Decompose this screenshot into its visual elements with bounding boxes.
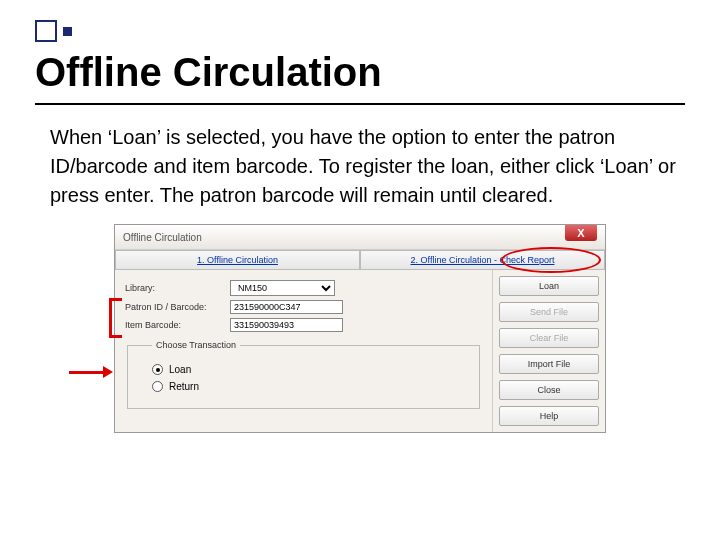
field-item: Item Barcode:	[125, 318, 482, 332]
annotation-arrow-icon	[69, 366, 113, 378]
loan-button[interactable]: Loan	[499, 276, 599, 296]
radio-icon	[152, 381, 163, 392]
tab-check-report[interactable]: 2. Offline Circulation - Check Report	[360, 250, 605, 270]
tab-offline-circulation[interactable]: 1. Offline Circulation	[115, 250, 360, 270]
window-close-button[interactable]: X	[565, 225, 597, 241]
field-library: Library: NM150	[125, 280, 482, 296]
tab-row: 1. Offline Circulation 2. Offline Circul…	[115, 250, 605, 270]
radio-icon	[152, 364, 163, 375]
patron-label: Patron ID / Barcode:	[125, 302, 230, 312]
right-pane: Loan Send File Clear File Import File Cl…	[492, 270, 605, 432]
radio-loan[interactable]: Loan	[152, 364, 469, 375]
app-window: Offline Circulation X 1. Offline Circula…	[114, 224, 606, 433]
library-select[interactable]: NM150	[230, 280, 335, 296]
slide: Offline Circulation When ‘Loan’ is selec…	[0, 0, 720, 453]
help-button[interactable]: Help	[499, 406, 599, 426]
content-row: Library: NM150 Patron ID / Barcode: Item…	[115, 270, 605, 432]
radio-return-label: Return	[169, 381, 199, 392]
field-patron: Patron ID / Barcode:	[125, 300, 482, 314]
window-titlebar: Offline Circulation X	[115, 225, 605, 250]
slide-title: Offline Circulation	[35, 50, 685, 95]
radio-return[interactable]: Return	[152, 381, 469, 392]
library-label: Library:	[125, 283, 230, 293]
title-row: Offline Circulation	[35, 50, 685, 105]
decor-squares	[35, 20, 685, 42]
transaction-fieldset: Choose Transaction Loan Return	[127, 340, 480, 409]
transaction-legend: Choose Transaction	[152, 340, 240, 350]
item-input[interactable]	[230, 318, 343, 332]
item-label: Item Barcode:	[125, 320, 230, 330]
square-icon	[35, 20, 57, 42]
slide-body: When ‘Loan’ is selected, you have the op…	[50, 123, 685, 210]
close-button[interactable]: Close	[499, 380, 599, 400]
clear-file-button[interactable]: Clear File	[499, 328, 599, 348]
send-file-button[interactable]: Send File	[499, 302, 599, 322]
patron-input[interactable]	[230, 300, 343, 314]
square-icon	[63, 27, 72, 36]
left-pane: Library: NM150 Patron ID / Barcode: Item…	[115, 270, 492, 432]
import-file-button[interactable]: Import File	[499, 354, 599, 374]
window-title: Offline Circulation	[123, 232, 202, 243]
annotation-bracket-icon	[109, 298, 122, 338]
radio-loan-label: Loan	[169, 364, 191, 375]
